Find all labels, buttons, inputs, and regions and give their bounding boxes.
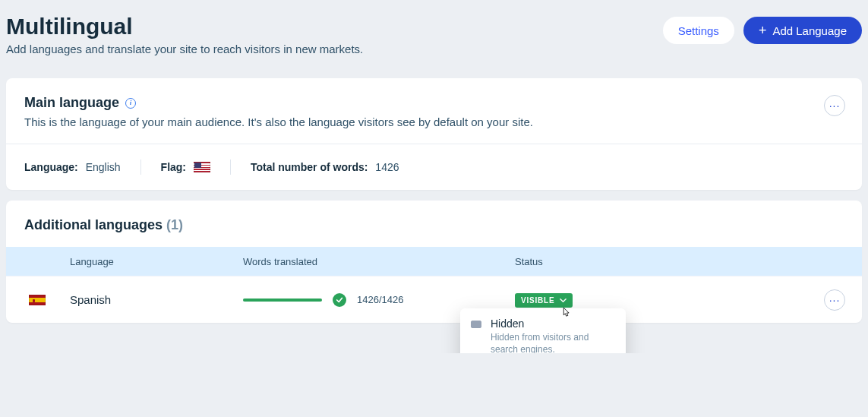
meta-words-value: 1426	[375, 161, 399, 173]
meta-language: Language: English	[24, 161, 121, 173]
additional-languages-title: Additional languages (1)	[24, 217, 844, 233]
meta-flag-label: Flag:	[161, 161, 186, 173]
main-language-title-text: Main language	[24, 95, 119, 111]
plus-icon: +	[759, 24, 767, 37]
chevron-down-icon	[560, 297, 567, 304]
additional-languages-card: Additional languages (1) Language Words …	[6, 201, 862, 323]
meta-language-label: Language:	[24, 161, 78, 173]
main-language-description: This is the language of your main audien…	[24, 115, 844, 128]
column-header-language: Language	[70, 256, 243, 267]
meta-words: Total number of words: 1426	[251, 161, 399, 173]
us-flag-icon	[194, 162, 210, 172]
meta-words-label: Total number of words:	[251, 161, 368, 173]
row-words-translated: 1426/1426	[243, 293, 515, 307]
main-language-meta: Language: English Flag: Total number of …	[6, 144, 862, 190]
column-header-words: Words translated	[243, 256, 515, 267]
check-icon	[333, 293, 346, 307]
row-more-button[interactable]: ···	[824, 289, 845, 311]
status-badge-label: VISIBLE	[521, 296, 555, 305]
page-subtitle: Add languages and translate your site to…	[6, 43, 363, 55]
additional-languages-count: (1)	[166, 217, 183, 232]
settings-button-label: Settings	[678, 24, 719, 37]
status-dropdown: Hidden Hidden from visitors and search e…	[460, 308, 626, 353]
status-option-hidden-desc: Hidden from visitors and search engines.	[491, 331, 615, 353]
info-icon[interactable]: i	[125, 98, 136, 109]
progress-bar	[243, 299, 322, 302]
main-language-more-button[interactable]: ···	[824, 95, 845, 116]
page-title: Multilingual	[6, 14, 363, 39]
additional-languages-title-text: Additional languages	[24, 217, 163, 232]
hidden-swatch-icon	[471, 321, 481, 328]
meta-flag: Flag:	[161, 161, 210, 173]
column-header-status: Status	[515, 256, 816, 267]
main-language-card: Main language i This is the language of …	[6, 78, 862, 190]
main-language-title: Main language i	[24, 95, 136, 111]
row-language: Spanish	[70, 293, 243, 306]
add-language-button[interactable]: + Add Language	[743, 17, 862, 44]
status-option-hidden[interactable]: Hidden Hidden from visitors and search e…	[460, 308, 626, 353]
table-row: Spanish 1426/1426 VISIBLE ···	[6, 276, 862, 323]
status-badge[interactable]: VISIBLE	[515, 293, 573, 308]
meta-language-value: English	[86, 161, 121, 173]
row-words-count: 1426/1426	[357, 294, 403, 305]
table-header: Language Words translated Status	[6, 247, 862, 276]
settings-button[interactable]: Settings	[663, 17, 734, 44]
add-language-button-label: Add Language	[772, 24, 847, 37]
status-option-hidden-title: Hidden	[491, 317, 615, 330]
es-flag-icon	[29, 295, 46, 305]
page-header: Multilingual Add languages and translate…	[6, 6, 862, 68]
